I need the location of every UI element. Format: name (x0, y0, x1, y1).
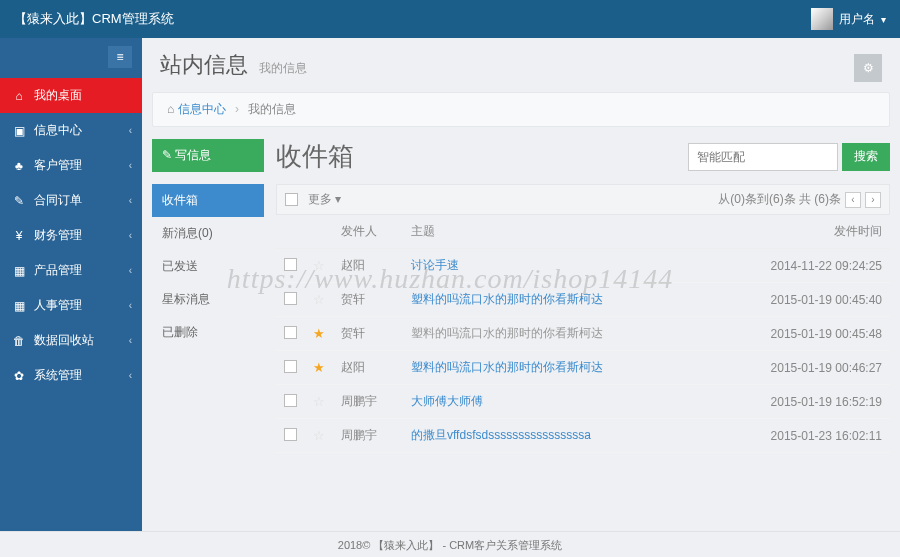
row-subject-link[interactable]: 塑料的吗流口水的那时的你看斯柯达 (411, 292, 603, 306)
breadcrumb-current: 我的信息 (248, 102, 296, 116)
col-sender: 发件人 (333, 215, 403, 249)
row-time: 2015-01-19 16:52:19 (750, 385, 890, 419)
table-row[interactable]: ☆ 赵阳 讨论手速 2014-11-22 09:24:25 (276, 249, 890, 283)
select-all-checkbox[interactable] (285, 193, 298, 206)
page-subtitle: 我的信息 (259, 61, 307, 75)
breadcrumb-parent[interactable]: 信息中心 (178, 102, 226, 116)
avatar (811, 8, 833, 30)
sidebar-item[interactable]: 🗑数据回收站‹ (0, 323, 142, 358)
sidebar-icon: ▣ (12, 124, 26, 138)
pager-summary: 从(0)条到(6)条 共 (6)条 (718, 191, 841, 208)
main-content: 站内信息 我的信息 ⚙ ⌂ 信息中心 › 我的信息 ✎ 写信息 收件箱新消息(0… (142, 38, 900, 531)
topbar: 【猿来入此】CRM管理系统 用户名 ▾ (0, 0, 900, 38)
chevron-left-icon: ‹ (129, 125, 132, 136)
table-row[interactable]: ☆ 周鹏宇 的撒旦vffdsfsdssssssssssssssssa 2015-… (276, 419, 890, 453)
folder-panel: ✎ 写信息 收件箱新消息(0)已发送星标消息已删除 (152, 139, 264, 521)
sidebar-item[interactable]: ✿系统管理‹ (0, 358, 142, 393)
breadcrumb: ⌂ 信息中心 › 我的信息 (152, 92, 890, 127)
sidebar-item[interactable]: ▣信息中心‹ (0, 113, 142, 148)
row-sender: 赵阳 (333, 249, 403, 283)
sidebar-item-label: 客户管理 (34, 157, 82, 174)
chevron-left-icon: ‹ (129, 230, 132, 241)
col-time: 发件时间 (750, 215, 890, 249)
row-sender: 周鹏宇 (333, 419, 403, 453)
folder-item[interactable]: 已删除 (152, 316, 264, 349)
table-row[interactable]: ★ 赵阳 塑料的吗流口水的那时的你看斯柯达 2015-01-19 00:46:2… (276, 351, 890, 385)
chevron-left-icon: ‹ (129, 370, 132, 381)
row-time: 2015-01-19 00:46:27 (750, 351, 890, 385)
row-subject-link[interactable]: 塑料的吗流口水的那时的你看斯柯达 (411, 326, 603, 340)
star-icon[interactable]: ☆ (313, 258, 325, 273)
sidebar-item[interactable]: ▦人事管理‹ (0, 288, 142, 323)
row-subject-link[interactable]: 的撒旦vffdsfsdssssssssssssssssa (411, 428, 591, 442)
chevron-left-icon: ‹ (129, 265, 132, 276)
table-row[interactable]: ★ 贺轩 塑料的吗流口水的那时的你看斯柯达 2015-01-19 00:45:4… (276, 317, 890, 351)
row-time: 2015-01-19 00:45:40 (750, 283, 890, 317)
sidebar-item[interactable]: ¥财务管理‹ (0, 218, 142, 253)
search-input[interactable] (688, 143, 838, 171)
row-checkbox[interactable] (284, 292, 297, 305)
brand-title: 【猿来入此】CRM管理系统 (14, 10, 174, 28)
folder-item[interactable]: 星标消息 (152, 283, 264, 316)
home-icon: ⌂ (167, 102, 174, 116)
folder-item[interactable]: 新消息(0) (152, 217, 264, 250)
sidebar-item-label: 信息中心 (34, 122, 82, 139)
sidebar-item-label: 数据回收站 (34, 332, 94, 349)
gear-icon: ⚙ (863, 61, 874, 75)
pager-next[interactable]: › (865, 192, 881, 208)
breadcrumb-separator: › (235, 102, 239, 116)
row-subject-link[interactable]: 讨论手速 (411, 258, 459, 272)
sidebar-item[interactable]: ▦产品管理‹ (0, 253, 142, 288)
sidebar-item-label: 产品管理 (34, 262, 82, 279)
sidebar-icon: ▦ (12, 264, 26, 278)
compose-button[interactable]: ✎ 写信息 (152, 139, 264, 172)
sidebar-icon: ⌂ (12, 89, 26, 103)
folder-item[interactable]: 收件箱 (152, 184, 264, 217)
settings-button[interactable]: ⚙ (854, 54, 882, 82)
sidebar-item-label: 系统管理 (34, 367, 82, 384)
inbox-panel: 收件箱 搜索 更多 ▾ 从(0)条到(6)条 共 (6)条 ‹ › (276, 139, 890, 521)
sidebar: ≡ ⌂我的桌面▣信息中心‹♣客户管理‹✎合同订单‹¥财务管理‹▦产品管理‹▦人事… (0, 38, 142, 531)
sidebar-item-label: 我的桌面 (34, 87, 82, 104)
star-icon[interactable]: ★ (313, 326, 325, 341)
sidebar-item-label: 人事管理 (34, 297, 82, 314)
star-icon[interactable]: ☆ (313, 428, 325, 443)
row-subject-link[interactable]: 塑料的吗流口水的那时的你看斯柯达 (411, 360, 603, 374)
footer: 2018© 【猿来入此】 - CRM客户关系管理系统 (0, 531, 900, 557)
star-icon[interactable]: ☆ (313, 394, 325, 409)
more-dropdown[interactable]: 更多 ▾ (308, 191, 341, 208)
sidebar-collapse-button[interactable]: ≡ (108, 46, 132, 68)
pager-prev[interactable]: ‹ (845, 192, 861, 208)
folder-item[interactable]: 已发送 (152, 250, 264, 283)
search-button[interactable]: 搜索 (842, 143, 890, 171)
table-row[interactable]: ☆ 周鹏宇 大师傅大师傅 2015-01-19 16:52:19 (276, 385, 890, 419)
row-time: 2015-01-19 00:45:48 (750, 317, 890, 351)
sidebar-item[interactable]: ⌂我的桌面 (0, 78, 142, 113)
row-checkbox[interactable] (284, 394, 297, 407)
row-sender: 周鹏宇 (333, 385, 403, 419)
row-sender: 贺轩 (333, 317, 403, 351)
chevron-left-icon: ‹ (129, 195, 132, 206)
row-checkbox[interactable] (284, 428, 297, 441)
username-label: 用户名 (839, 11, 875, 28)
sidebar-icon: ♣ (12, 159, 26, 173)
user-menu[interactable]: 用户名 ▾ (811, 8, 886, 30)
row-checkbox[interactable] (284, 326, 297, 339)
inbox-title: 收件箱 (276, 139, 354, 174)
row-checkbox[interactable] (284, 258, 297, 271)
table-row[interactable]: ☆ 贺轩 塑料的吗流口水的那时的你看斯柯达 2015-01-19 00:45:4… (276, 283, 890, 317)
chevron-down-icon: ▾ (881, 14, 886, 25)
star-icon[interactable]: ☆ (313, 292, 325, 307)
sidebar-icon: ¥ (12, 229, 26, 243)
col-subject: 主题 (403, 215, 750, 249)
page-header: 站内信息 我的信息 ⚙ (142, 38, 900, 92)
row-time: 2015-01-23 16:02:11 (750, 419, 890, 453)
row-checkbox[interactable] (284, 360, 297, 373)
inbox-toolbar: 更多 ▾ 从(0)条到(6)条 共 (6)条 ‹ › (276, 184, 890, 215)
chevron-left-icon: ‹ (129, 335, 132, 346)
sidebar-item[interactable]: ♣客户管理‹ (0, 148, 142, 183)
star-icon[interactable]: ★ (313, 360, 325, 375)
sidebar-icon: 🗑 (12, 334, 26, 348)
sidebar-item[interactable]: ✎合同订单‹ (0, 183, 142, 218)
row-subject-link[interactable]: 大师傅大师傅 (411, 394, 483, 408)
